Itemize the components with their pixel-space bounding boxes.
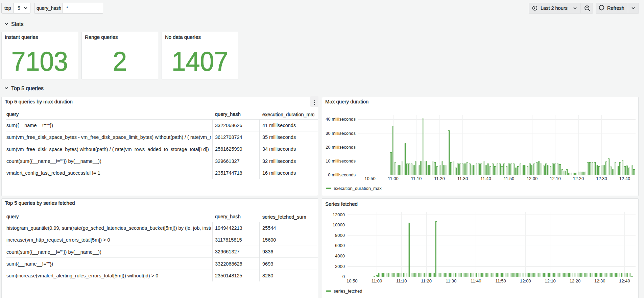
svg-text:11:10: 11:10 [411, 176, 422, 181]
svg-text:12:30: 12:30 [594, 278, 605, 283]
svg-text:6000: 6000 [335, 243, 345, 248]
svg-text:10 milliseconds: 10 milliseconds [326, 158, 356, 164]
svg-text:11:20: 11:20 [434, 176, 445, 181]
svg-text:12:20: 12:20 [573, 176, 584, 181]
svg-text:series_fetched: series_fetched [334, 289, 362, 294]
svg-text:12:00: 12:00 [527, 176, 538, 181]
svg-text:11:30: 11:30 [457, 176, 468, 181]
svg-text:11:50: 11:50 [504, 176, 515, 181]
svg-text:12:40: 12:40 [619, 176, 630, 181]
svg-text:11:50: 11:50 [495, 278, 506, 283]
svg-text:8000: 8000 [335, 233, 345, 238]
svg-text:execution_duration_max: execution_duration_max [334, 186, 382, 191]
svg-text:12:20: 12:20 [570, 278, 581, 283]
svg-text:11:00: 11:00 [388, 176, 399, 181]
svg-text:11:00: 11:00 [372, 278, 382, 283]
svg-text:11:40: 11:40 [471, 278, 481, 283]
svg-text:10000: 10000 [333, 222, 345, 227]
svg-text:12:10: 12:10 [545, 278, 556, 283]
svg-text:10:50: 10:50 [347, 278, 358, 283]
svg-text:2000: 2000 [335, 264, 345, 269]
svg-text:30 milliseconds: 30 milliseconds [326, 131, 356, 136]
svg-text:12:40: 12:40 [619, 278, 630, 283]
svg-text:0 milliseconds: 0 milliseconds [328, 172, 356, 177]
svg-text:11:30: 11:30 [446, 278, 457, 283]
svg-text:11:40: 11:40 [480, 176, 491, 181]
svg-text:12000: 12000 [333, 212, 345, 217]
svg-text:20 milliseconds: 20 milliseconds [326, 145, 356, 150]
svg-text:0: 0 [342, 274, 345, 279]
svg-text:40 milliseconds: 40 milliseconds [326, 117, 356, 122]
svg-text:12:00: 12:00 [520, 278, 531, 283]
svg-text:10:50: 10:50 [364, 176, 376, 181]
svg-text:11:20: 11:20 [421, 278, 432, 283]
svg-text:4000: 4000 [335, 253, 345, 258]
svg-text:12:10: 12:10 [550, 176, 561, 181]
svg-text:12:30: 12:30 [596, 176, 607, 181]
svg-text:11:10: 11:10 [396, 278, 407, 283]
